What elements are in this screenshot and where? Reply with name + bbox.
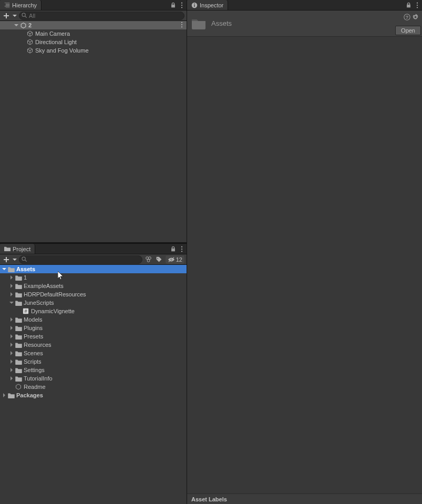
svg-point-4	[181, 22, 182, 23]
asset-labels-header[interactable]: Asset Labels	[187, 493, 422, 504]
project-item[interactable]: Scenes	[0, 349, 187, 357]
project-item-label: Plugins	[24, 325, 43, 331]
inspector-title: Inspector	[200, 2, 223, 8]
project-item[interactable]: Scripts	[0, 357, 187, 366]
project-item[interactable]: Resources	[0, 341, 187, 349]
project-item-label: Packages	[16, 392, 43, 398]
hierarchy-tree: 2 Main Camera Directional Light Sky and …	[0, 21, 187, 242]
project-item[interactable]: Models	[0, 315, 187, 324]
inspector-tab[interactable]: Inspector	[187, 0, 228, 10]
kebab-icon[interactable]	[179, 22, 184, 28]
filter-by-label-button[interactable]	[155, 255, 163, 264]
hierarchy-tab[interactable]: Hierarchy	[0, 0, 42, 10]
hierarchy-item-label: Directional Light	[35, 39, 77, 45]
lock-icon[interactable]	[406, 2, 411, 8]
inspector-tabbar: Inspector	[187, 0, 422, 11]
project-item[interactable]: Assets	[0, 265, 187, 273]
project-item-label: Assets	[16, 266, 35, 272]
project-item[interactable]: JuneScripts	[0, 299, 187, 307]
chevron-down-icon[interactable]	[13, 258, 17, 262]
svg-point-20	[417, 4, 418, 5]
hidden-items-button[interactable]: 12	[166, 255, 184, 264]
folder-icon	[4, 246, 11, 252]
svg-text:?: ?	[406, 15, 408, 20]
svg-point-2	[181, 7, 182, 8]
svg-point-21	[417, 7, 418, 8]
folder-icon	[15, 333, 22, 340]
project-item[interactable]: Plugins	[0, 324, 187, 332]
help-icon[interactable]: ?	[404, 14, 410, 20]
project-item-label: Models	[24, 316, 42, 323]
svg-point-12	[149, 257, 151, 260]
project-tabbar: Project	[0, 244, 187, 254]
inspector-asset-name: Assets	[211, 19, 232, 27]
project-toolbar: 12	[0, 254, 187, 265]
folder-icon	[191, 17, 206, 30]
gameobject-icon	[26, 30, 34, 37]
hidden-count: 12	[176, 256, 182, 263]
project-item[interactable]: Readme	[0, 383, 187, 391]
kebab-icon[interactable]	[179, 2, 184, 8]
project-item-label: Readme	[24, 384, 46, 390]
hierarchy-item[interactable]: Main Camera	[0, 29, 187, 38]
scene-label: 2	[28, 22, 32, 28]
svg-point-5	[181, 24, 182, 25]
project-search-input[interactable]	[19, 255, 142, 264]
project-item-label: JuneScripts	[24, 300, 54, 306]
project-item-label: TutorialInfo	[24, 375, 53, 382]
folder-icon	[15, 282, 22, 290]
chevron-down-icon[interactable]	[13, 14, 17, 18]
project-item[interactable]: HDRPDefaultResources	[0, 290, 187, 299]
svg-point-13	[147, 260, 150, 262]
svg-point-3	[22, 13, 25, 16]
project-tab[interactable]: Project	[0, 244, 35, 254]
folder-icon	[15, 349, 22, 357]
svg-point-0	[181, 2, 182, 3]
project-item-label: Scenes	[24, 350, 43, 356]
hierarchy-item[interactable]: Sky and Fog Volume	[0, 46, 187, 55]
project-item[interactable]: TutorialInfo	[0, 374, 187, 383]
svg-point-7	[181, 246, 182, 247]
lock-icon[interactable]	[170, 2, 176, 8]
folder-icon	[15, 316, 22, 323]
folder-icon	[15, 375, 22, 382]
project-item-label: ExampleAssets	[24, 283, 64, 289]
kebab-icon[interactable]	[415, 2, 420, 8]
gameobject-icon	[26, 47, 34, 54]
project-item-label: 1	[24, 274, 27, 281]
open-button[interactable]: Open	[395, 26, 421, 35]
create-button[interactable]	[2, 12, 11, 20]
project-title: Project	[13, 246, 30, 252]
filter-by-type-button[interactable]	[145, 255, 153, 264]
project-item[interactable]: Settings	[0, 366, 187, 374]
folder-icon	[15, 274, 22, 281]
project-item[interactable]: 1	[0, 273, 187, 282]
hierarchy-search-input[interactable]	[19, 12, 184, 20]
inspector-body	[187, 37, 422, 493]
search-icon	[22, 13, 27, 18]
hierarchy-toolbar	[0, 11, 187, 21]
project-item-label: Scripts	[24, 358, 42, 365]
project-item[interactable]: ExampleAssets	[0, 282, 187, 290]
kebab-icon[interactable]	[179, 246, 184, 252]
folder-icon	[15, 341, 22, 348]
folder-icon	[15, 291, 22, 298]
svg-point-19	[417, 2, 418, 3]
project-item-label: HDRPDefaultResources	[24, 291, 86, 297]
project-item[interactable]: Packages	[0, 391, 187, 399]
create-button[interactable]	[2, 255, 11, 264]
hierarchy-tabbar: Hierarchy	[0, 0, 187, 11]
unity-icon	[19, 22, 27, 29]
folder-icon	[15, 358, 22, 365]
hierarchy-item[interactable]: Directional Light	[0, 38, 187, 46]
project-tree: Assets1ExampleAssetsHDRPDefaultResources…	[0, 265, 187, 504]
gear-icon[interactable]	[412, 14, 419, 20]
lock-icon[interactable]	[170, 246, 176, 252]
project-item[interactable]: Presets	[0, 332, 187, 341]
svg-point-17	[194, 3, 195, 4]
info-icon	[191, 2, 198, 8]
scene-row[interactable]: 2	[0, 21, 187, 29]
project-item[interactable]: #DynamicVignette	[0, 307, 187, 315]
folder-icon	[15, 324, 22, 332]
svg-point-10	[22, 257, 25, 260]
